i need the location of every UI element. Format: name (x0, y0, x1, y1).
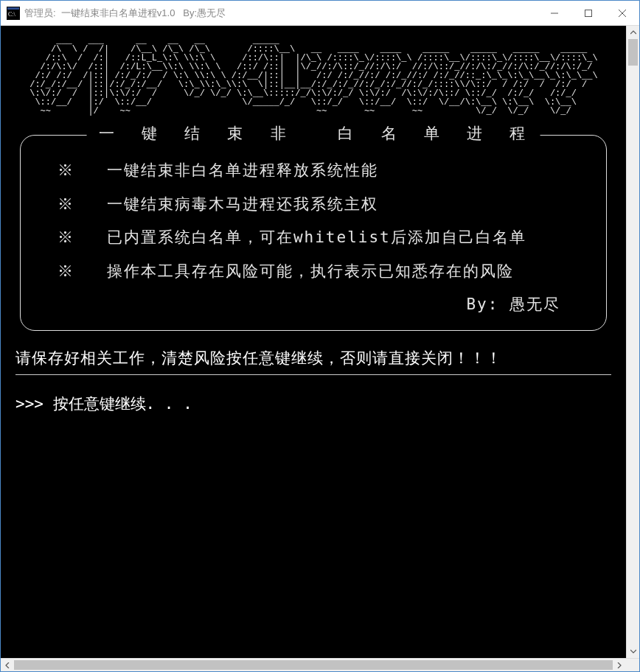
horizontal-scrollbar[interactable] (1, 658, 639, 671)
byline: By: 愚无尽 (58, 293, 560, 317)
maximize-button[interactable] (571, 1, 605, 26)
bullet-line: ※ 一键结束非白名单进程释放系统性能 (58, 159, 587, 183)
ascii-banner: ___ ___ __ __ __ _____ /\ \ / /| /\__\ /… (24, 36, 620, 116)
scroll-up-icon[interactable] (627, 26, 639, 39)
minimize-button[interactable] (538, 1, 571, 26)
scroll-right-icon[interactable] (613, 659, 626, 671)
bullet-line: ※ 已内置系统白名单，可在whitelist后添加自己白名单 (58, 226, 587, 250)
app-window: C:\ 管理员: 一键结束非白名单进程v1.0 By:愚无尽 ___ ___ _… (0, 0, 640, 672)
scroll-left-icon[interactable] (1, 659, 14, 671)
bullet-line: ※ 一键结束病毒木马进程还我系统主权 (58, 193, 587, 217)
hscroll-track[interactable] (14, 659, 613, 671)
info-box-title: 一 键 结 束 非 白 名 单 进 程 (87, 122, 540, 146)
vscroll-track[interactable] (627, 39, 639, 645)
svg-rect-1 (7, 7, 19, 10)
info-box: 一 键 结 束 非 白 名 单 进 程 ※ 一键结束非白名单进程释放系统性能 ※… (20, 135, 607, 331)
client-area: ___ ___ __ __ __ _____ /\ \ / /| /\__\ /… (1, 26, 639, 658)
scrollbar-corner (626, 659, 639, 671)
divider (15, 374, 611, 375)
press-any-key-prompt: >>> 按任意键继续. . . (15, 393, 620, 416)
vertical-scrollbar[interactable] (626, 26, 639, 658)
warning-text: 请保存好相关工作，清楚风险按任意键继续，否则请直接关闭！！！ (15, 347, 611, 371)
console-output[interactable]: ___ ___ __ __ __ _____ /\ \ / /| /\__\ /… (1, 26, 626, 658)
bullet-line: ※ 操作本工具存在风险可能，执行表示已知悉存在的风险 (58, 260, 587, 284)
window-title: 管理员: 一键结束非白名单进程v1.0 By:愚无尽 (24, 7, 226, 20)
scroll-down-icon[interactable] (627, 645, 639, 658)
svg-text:C:\: C:\ (8, 11, 16, 18)
close-button[interactable] (605, 1, 639, 26)
app-icon: C:\ (7, 7, 20, 20)
vscroll-thumb[interactable] (628, 39, 638, 66)
svg-rect-4 (585, 10, 592, 16)
hscroll-thumb[interactable] (14, 660, 613, 670)
title-bar[interactable]: C:\ 管理员: 一键结束非白名单进程v1.0 By:愚无尽 (1, 1, 639, 26)
